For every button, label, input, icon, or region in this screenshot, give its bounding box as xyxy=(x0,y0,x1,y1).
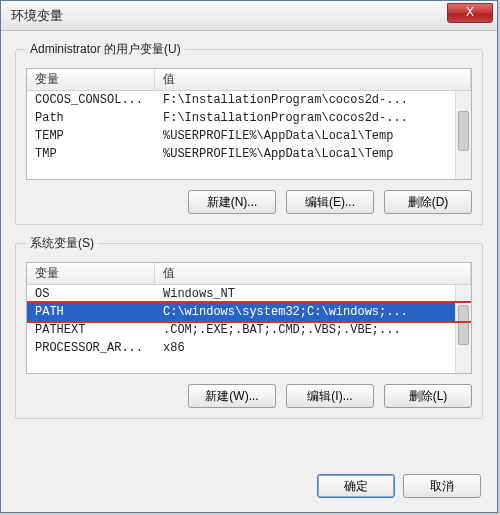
system-list-header: 变量 值 xyxy=(27,263,471,285)
table-row[interactable]: Path F:\InstallationProgram\cocos2d-... xyxy=(27,109,471,127)
system-rows: OS Windows_NT PATH C:\windows\system32;C… xyxy=(27,285,471,357)
system-vars-list[interactable]: 变量 值 OS Windows_NT PATH C:\windows\syste… xyxy=(26,262,472,374)
col-header-value[interactable]: 值 xyxy=(155,263,471,284)
window-title: 环境变量 xyxy=(11,7,63,25)
close-button[interactable]: X xyxy=(447,3,493,23)
user-vars-list[interactable]: 变量 值 COCOS_CONSOL... F:\InstallationProg… xyxy=(26,68,472,180)
titlebar[interactable]: 环境变量 X xyxy=(1,1,497,31)
table-row[interactable]: TEMP %USERPROFILE%\AppData\Local\Temp xyxy=(27,127,471,145)
scrollbar-thumb[interactable] xyxy=(458,305,469,345)
table-row-selected[interactable]: PATH C:\windows\system32;C:\windows;... xyxy=(27,303,471,321)
cell-val: C:\windows\system32;C:\windows;... xyxy=(155,305,471,319)
col-header-variable[interactable]: 变量 xyxy=(27,69,155,90)
col-header-variable[interactable]: 变量 xyxy=(27,263,155,284)
cancel-button[interactable]: 取消 xyxy=(403,474,481,498)
user-variables-group: Administrator 的用户变量(U) 变量 值 COCOS_CONSOL… xyxy=(15,41,483,225)
system-variables-group: 系统变量(S) 变量 值 OS Windows_NT PATH C:\windo… xyxy=(15,235,483,419)
user-new-button[interactable]: 新建(N)... xyxy=(188,190,276,214)
system-delete-button[interactable]: 删除(L) xyxy=(384,384,472,408)
env-vars-dialog: 环境变量 X Administrator 的用户变量(U) 变量 值 COCOS… xyxy=(0,0,498,513)
user-list-header: 变量 值 xyxy=(27,69,471,91)
col-header-value[interactable]: 值 xyxy=(155,69,471,90)
table-row[interactable]: PATHEXT .COM;.EXE;.BAT;.CMD;.VBS;.VBE;..… xyxy=(27,321,471,339)
user-vars-buttons: 新建(N)... 编辑(E)... 删除(D) xyxy=(26,190,472,214)
cell-var: PATHEXT xyxy=(27,323,155,337)
cell-var: OS xyxy=(27,287,155,301)
dialog-body: Administrator 的用户变量(U) 变量 值 COCOS_CONSOL… xyxy=(1,31,497,464)
user-rows: COCOS_CONSOL... F:\InstallationProgram\c… xyxy=(27,91,471,163)
close-icon: X xyxy=(466,5,474,19)
table-row[interactable]: TMP %USERPROFILE%\AppData\Local\Temp xyxy=(27,145,471,163)
dialog-footer: 确定 取消 xyxy=(1,464,497,512)
cell-val: Windows_NT xyxy=(155,287,471,301)
user-edit-button[interactable]: 编辑(E)... xyxy=(286,190,374,214)
cell-var: PATH xyxy=(27,305,155,319)
table-row[interactable]: OS Windows_NT xyxy=(27,285,471,303)
table-row[interactable]: COCOS_CONSOL... F:\InstallationProgram\c… xyxy=(27,91,471,109)
user-vars-legend: Administrator 的用户变量(U) xyxy=(26,41,185,58)
cell-var: PROCESSOR_AR... xyxy=(27,341,155,355)
scrollbar[interactable] xyxy=(455,91,471,179)
cell-val: %USERPROFILE%\AppData\Local\Temp xyxy=(155,129,471,143)
ok-button[interactable]: 确定 xyxy=(317,474,395,498)
system-new-button[interactable]: 新建(W)... xyxy=(188,384,276,408)
system-vars-buttons: 新建(W)... 编辑(I)... 删除(L) xyxy=(26,384,472,408)
cell-var: TEMP xyxy=(27,129,155,143)
cell-var: Path xyxy=(27,111,155,125)
cell-var: TMP xyxy=(27,147,155,161)
cell-val: F:\InstallationProgram\cocos2d-... xyxy=(155,93,471,107)
cell-val: F:\InstallationProgram\cocos2d-... xyxy=(155,111,471,125)
user-delete-button[interactable]: 删除(D) xyxy=(384,190,472,214)
cell-var: COCOS_CONSOL... xyxy=(27,93,155,107)
cell-val: x86 xyxy=(155,341,471,355)
system-vars-legend: 系统变量(S) xyxy=(26,235,98,252)
system-edit-button[interactable]: 编辑(I)... xyxy=(286,384,374,408)
scrollbar-thumb[interactable] xyxy=(458,111,469,151)
table-row[interactable]: PROCESSOR_AR... x86 xyxy=(27,339,471,357)
scrollbar[interactable] xyxy=(455,285,471,373)
cell-val: %USERPROFILE%\AppData\Local\Temp xyxy=(155,147,471,161)
cell-val: .COM;.EXE;.BAT;.CMD;.VBS;.VBE;... xyxy=(155,323,471,337)
